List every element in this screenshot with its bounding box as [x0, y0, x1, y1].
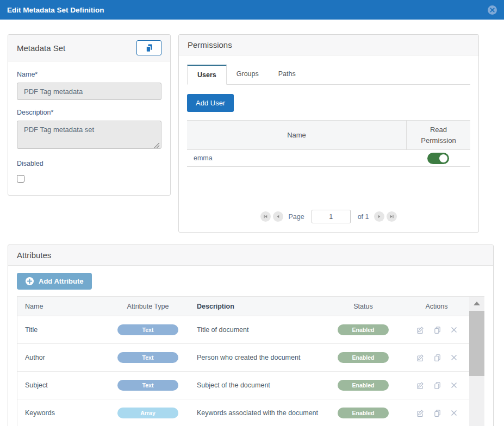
status-badge: Enabled	[338, 352, 389, 363]
attribute-description: Subject of the document	[197, 381, 322, 389]
table-row: Title Text Title of document Enabled	[17, 316, 469, 344]
add-attribute-button[interactable]: Add Attribute	[17, 273, 92, 290]
table-row: Subject Text Subject of the document Ena…	[17, 372, 469, 399]
close-button[interactable]	[488, 5, 497, 15]
copy-icon	[433, 381, 441, 390]
metadata-set-panel-header: Metadata Set	[8, 35, 170, 61]
first-page-button[interactable]	[260, 211, 271, 222]
add-user-button[interactable]: Add User	[187, 94, 234, 112]
permissions-panel-header: Permissions	[179, 35, 478, 55]
column-actions: Actions	[404, 303, 469, 310]
attribute-description: Person who created the document	[197, 354, 322, 361]
name-field[interactable]	[17, 83, 161, 100]
copy-button[interactable]	[433, 326, 441, 334]
users-column-read-permission: Read Permission	[406, 121, 470, 149]
description-field[interactable]	[17, 121, 161, 149]
users-table-header: Name Read Permission	[187, 121, 470, 150]
name-label: Name*	[17, 71, 161, 78]
dialog-titlebar: Edit Metadata Set Definition	[0, 0, 504, 20]
delete-button[interactable]	[451, 409, 457, 417]
previous-page-icon	[275, 214, 281, 220]
duplicate-metadata-set-button[interactable]	[136, 40, 161, 55]
page-label: Page	[288, 213, 304, 221]
users-table: Name Read Permission emma	[187, 120, 470, 167]
attributes-table: Name Attribute Type Description Status A…	[17, 296, 484, 426]
last-page-button[interactable]	[387, 211, 397, 222]
previous-page-button[interactable]	[273, 211, 283, 222]
permissions-title: Permissions	[188, 40, 232, 49]
attribute-type-badge: Text	[117, 380, 178, 391]
copy-button[interactable]	[433, 381, 441, 390]
table-row: Keywords Array Keywords associated with …	[17, 399, 469, 426]
attribute-type-badge: Text	[117, 324, 178, 335]
delete-icon	[451, 327, 457, 333]
table-scrollbar[interactable]	[469, 297, 484, 426]
tab-groups[interactable]: Groups	[227, 65, 269, 85]
tab-users[interactable]: Users	[187, 65, 227, 85]
permissions-panel: Permissions Users Groups Paths Add User …	[178, 34, 479, 233]
column-description: Description	[197, 303, 322, 310]
plus-circle-icon	[25, 277, 34, 286]
attribute-name: Author	[17, 354, 99, 361]
delete-button[interactable]	[451, 381, 457, 390]
delete-button[interactable]	[451, 326, 457, 334]
status-badge: Enabled	[338, 380, 389, 391]
last-page-icon	[389, 214, 395, 220]
resize-handle-icon[interactable]	[153, 142, 160, 148]
first-page-icon	[263, 214, 269, 220]
copy-icon	[145, 43, 154, 53]
next-page-icon	[376, 214, 382, 220]
attributes-panel: Attributes Add Attribute Name Attribute …	[8, 245, 494, 426]
disabled-label: Disabled	[17, 160, 161, 167]
delete-icon	[451, 382, 457, 389]
edit-button[interactable]	[416, 409, 424, 417]
edit-button[interactable]	[416, 381, 424, 390]
metadata-set-title: Metadata Set	[17, 43, 65, 53]
edit-button[interactable]	[416, 326, 424, 334]
delete-icon	[451, 354, 457, 361]
permissions-tabs: Users Groups Paths	[187, 64, 470, 85]
copy-icon	[433, 354, 441, 362]
edit-icon	[416, 354, 424, 362]
tab-paths[interactable]: Paths	[269, 65, 306, 85]
status-badge: Enabled	[338, 324, 389, 335]
attributes-panel-header: Attributes	[8, 245, 493, 266]
status-badge: Enabled	[338, 408, 389, 418]
edit-icon	[416, 381, 424, 390]
attribute-description: Keywords associated with the document	[197, 409, 322, 417]
scrollbar-thumb[interactable]	[469, 311, 484, 376]
user-name: emma	[187, 154, 406, 162]
attribute-name: Keywords	[17, 409, 99, 417]
toggle-knob	[439, 154, 447, 162]
column-name: Name	[17, 303, 99, 310]
copy-button[interactable]	[433, 354, 441, 362]
page-number-input[interactable]	[312, 210, 351, 223]
dialog-title: Edit Metadata Set Definition	[7, 6, 104, 14]
page-of-label: of 1	[358, 213, 369, 221]
attribute-name: Subject	[17, 381, 99, 389]
delete-button[interactable]	[451, 354, 457, 362]
add-attribute-label: Add Attribute	[39, 277, 84, 285]
column-attribute-type: Attribute Type	[99, 303, 197, 310]
edit-icon	[416, 409, 424, 417]
disabled-checkbox[interactable]	[17, 175, 24, 183]
attribute-type-badge: Array	[117, 408, 178, 418]
copy-button[interactable]	[433, 409, 441, 417]
users-column-name: Name	[187, 121, 406, 149]
read-permission-toggle[interactable]	[427, 153, 449, 164]
copy-icon	[433, 326, 441, 334]
edit-icon	[416, 326, 424, 334]
edit-button[interactable]	[416, 354, 424, 362]
attribute-type-badge: Text	[117, 352, 178, 363]
copy-icon	[433, 409, 441, 417]
close-icon	[490, 8, 495, 12]
attributes-table-header: Name Attribute Type Description Status A…	[17, 297, 469, 316]
pagination: Page of 1	[179, 210, 478, 223]
column-status: Status	[322, 303, 404, 310]
attribute-name: Title	[17, 326, 99, 334]
metadata-set-panel: Metadata Set Name* Description* Disabled	[8, 34, 171, 196]
description-label: Description*	[17, 109, 161, 116]
table-row: Author Text Person who created the docum…	[17, 344, 469, 372]
scroll-up-icon[interactable]	[474, 302, 480, 305]
next-page-button[interactable]	[374, 211, 384, 222]
